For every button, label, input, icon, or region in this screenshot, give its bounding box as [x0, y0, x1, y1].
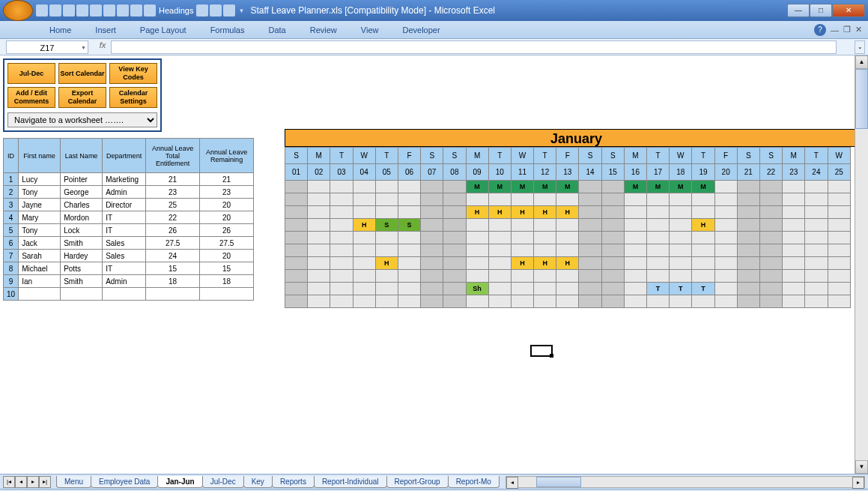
freeze-icon[interactable]	[103, 4, 115, 16]
calendar-cell[interactable]	[285, 257, 308, 270]
col-remain[interactable]: Annual Leave Remaining	[200, 139, 254, 173]
date-header[interactable]: 17	[647, 164, 670, 181]
calendar-cell[interactable]	[421, 181, 443, 193]
calendar-cell[interactable]	[488, 270, 511, 283]
calendar-cell[interactable]	[601, 270, 624, 283]
doc-close-icon[interactable]: ✕	[855, 25, 862, 34]
sheet-tab-reports[interactable]: Reports	[272, 476, 315, 488]
date-header[interactable]: 23	[783, 164, 805, 181]
ribbon-tab-insert[interactable]: Insert	[89, 22, 122, 37]
calendar-cell[interactable]	[443, 232, 466, 244]
calendar-cell[interactable]	[421, 295, 443, 308]
calendar-cell[interactable]	[308, 219, 330, 232]
calendar-cell[interactable]	[783, 283, 805, 295]
calendar-cell[interactable]	[828, 193, 851, 206]
sheet-tab-janjun[interactable]: Jan-Jun	[157, 476, 202, 488]
calendar-cell[interactable]	[285, 219, 308, 232]
day-header[interactable]: M	[783, 148, 805, 164]
calendar-cell[interactable]	[285, 193, 308, 206]
horizontal-scrollbar[interactable]: ◂ ▸	[506, 476, 865, 488]
calendar-cell[interactable]	[670, 257, 692, 270]
calendar-cell[interactable]	[330, 193, 353, 206]
calendar-cell[interactable]	[579, 257, 601, 270]
calendar-cell[interactable]	[330, 244, 353, 257]
calendar-cell[interactable]	[398, 257, 420, 270]
calendar-cell[interactable]	[375, 270, 398, 283]
calendar-cell[interactable]	[330, 270, 353, 283]
calendar-cell[interactable]	[783, 270, 805, 283]
expand-formula-icon[interactable]: ⌄	[855, 40, 865, 54]
formula-input[interactable]	[111, 40, 837, 54]
calendar-cell[interactable]	[579, 206, 601, 219]
calendar-cell[interactable]	[443, 206, 466, 219]
calendar-cell[interactable]: H	[534, 206, 556, 219]
calendar-cell[interactable]	[692, 295, 714, 308]
calendar-cell[interactable]	[285, 181, 308, 193]
day-header[interactable]: S	[443, 148, 466, 164]
calendar-cell[interactable]	[828, 295, 851, 308]
date-header[interactable]: 10	[488, 164, 511, 181]
calendar-cell[interactable]	[714, 181, 737, 193]
vertical-scrollbar[interactable]: ▲ ▼	[855, 55, 868, 474]
calendar-cell[interactable]	[601, 232, 624, 244]
redo-icon[interactable]	[63, 4, 75, 16]
table-row[interactable]: 10	[4, 288, 254, 301]
day-header[interactable]: M	[466, 148, 488, 164]
calendar-cell[interactable]	[783, 181, 805, 193]
calendar-cell[interactable]	[783, 193, 805, 206]
calendar-cell[interactable]	[670, 219, 692, 232]
calendar-cell[interactable]: M	[692, 181, 714, 193]
calendar-cell[interactable]	[466, 270, 488, 283]
calendar-cell[interactable]	[783, 295, 805, 308]
calendar-cell[interactable]	[737, 244, 759, 257]
calendar-cell[interactable]	[353, 295, 375, 308]
date-header[interactable]: 04	[353, 164, 375, 181]
date-header[interactable]: 09	[466, 164, 488, 181]
calendar-cell[interactable]	[737, 283, 759, 295]
calendar-cell[interactable]: M	[624, 181, 646, 193]
sheet-tab-reportindividual[interactable]: Report-Individual	[314, 476, 387, 488]
calendar-cell[interactable]	[670, 193, 692, 206]
calendar-cell[interactable]	[308, 193, 330, 206]
calendar-cell[interactable]	[828, 257, 851, 270]
calendar-cell[interactable]: H	[511, 257, 533, 270]
calendar-cell[interactable]	[828, 283, 851, 295]
calendar-cell[interactable]	[443, 193, 466, 206]
sheet-tab-reportmo[interactable]: Report-Mo	[448, 476, 500, 488]
calendar-cell[interactable]	[443, 283, 466, 295]
calendar-cell[interactable]	[308, 206, 330, 219]
calendar-cell[interactable]	[647, 295, 670, 308]
col-total[interactable]: Annual Leave Total Entitlement	[146, 139, 200, 173]
calendar-cell[interactable]	[805, 232, 828, 244]
calendar-cell[interactable]	[601, 244, 624, 257]
calendar-cell[interactable]: H	[534, 257, 556, 270]
help-icon[interactable]: ?	[814, 24, 826, 36]
calendar-cell[interactable]	[353, 181, 375, 193]
date-header[interactable]: 20	[714, 164, 737, 181]
calendar-cell[interactable]	[601, 283, 624, 295]
calendar-cell[interactable]	[805, 257, 828, 270]
qat-more-icon[interactable]: ▼	[238, 7, 244, 14]
calendar-cell[interactable]	[488, 232, 511, 244]
date-header[interactable]: 13	[556, 164, 579, 181]
calendar-cell[interactable]	[692, 244, 714, 257]
calendar-cell[interactable]	[714, 244, 737, 257]
calendar-cell[interactable]	[601, 181, 624, 193]
calendar-cell[interactable]	[759, 270, 782, 283]
calendar-cell[interactable]	[714, 270, 737, 283]
name-box[interactable]: Z17	[6, 40, 88, 54]
day-header[interactable]: F	[714, 148, 737, 164]
calendar-cell[interactable]	[601, 206, 624, 219]
table-row[interactable]: 6JackSmithSales27.527.5	[4, 237, 254, 250]
calendar-cell[interactable]	[308, 232, 330, 244]
sheet-tab-menu[interactable]: Menu	[56, 476, 91, 488]
col-lastname[interactable]: Last Name	[61, 139, 103, 173]
day-header[interactable]: S	[421, 148, 443, 164]
calendar-cell[interactable]	[398, 295, 420, 308]
calendar-cell[interactable]	[759, 244, 782, 257]
calendar-cell[interactable]	[759, 193, 782, 206]
calendar-cell[interactable]	[759, 283, 782, 295]
calendar-settings-button[interactable]: Calendar Settings	[109, 87, 157, 108]
calendar-cell[interactable]	[556, 193, 579, 206]
day-header[interactable]: S	[737, 148, 759, 164]
